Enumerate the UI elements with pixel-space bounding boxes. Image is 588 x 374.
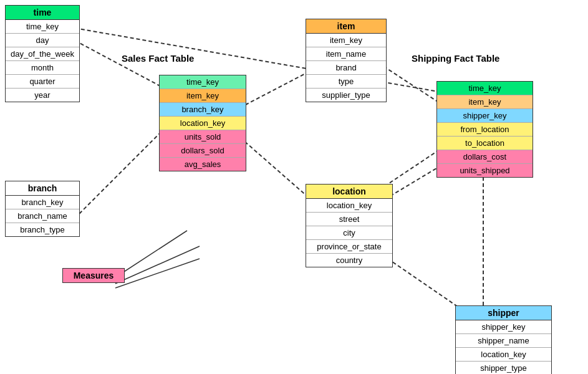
branch-table: branch branch_key branch_name branch_typ… [5, 181, 80, 237]
location-table: location location_key street city provin… [306, 184, 393, 267]
shipping-key-item_key: item_key [437, 95, 533, 109]
shipper-field-location_key: location_key [456, 348, 551, 362]
svg-line-7 [115, 259, 200, 288]
location-field-city: city [306, 226, 392, 240]
shipping-fact-label: Shipping Fact Table [412, 53, 499, 64]
branch-table-title: branch [5, 181, 80, 196]
sales-key-time_key: time_key [160, 75, 246, 89]
svg-line-5 [115, 231, 187, 277]
svg-line-2 [243, 69, 315, 106]
shipping-key-time_key: time_key [437, 82, 533, 95]
measures-label: Measures [63, 269, 124, 282]
location-field-country: country [306, 254, 392, 267]
shipper-field-shipper_key: shipper_key [456, 320, 551, 334]
branch-field-branch_key: branch_key [6, 196, 79, 209]
item-field-type: type [306, 75, 386, 89]
location-field-location_key: location_key [306, 199, 392, 213]
shipper-field-shipper_type: shipper_type [456, 362, 551, 374]
shipper-field-shipper_name: shipper_name [456, 334, 551, 348]
shipper-table: shipper shipper_key shipper_name locatio… [455, 305, 552, 374]
item-field-item_name: item_name [306, 47, 386, 61]
sales-measure-units_sold: units_sold [160, 130, 246, 144]
time-table-title: time [6, 6, 79, 20]
shipping-key-from_location: from_location [437, 123, 533, 137]
shipping-key-shipper_key: shipper_key [437, 109, 533, 123]
time-field-month: month [6, 61, 79, 75]
svg-line-6 [115, 246, 200, 284]
time-field-day: day [6, 34, 79, 47]
svg-line-1 [75, 41, 168, 90]
shipping-key-to_location: to_location [437, 137, 533, 150]
time-field-dow: day_of_the_week [6, 47, 79, 61]
sales-measure-dollars_sold: dollars_sold [160, 144, 246, 158]
item-field-brand: brand [306, 61, 386, 75]
location-field-street: street [306, 213, 392, 226]
branch-field-branch_name: branch_name [6, 209, 79, 223]
item-table: item item_key item_name brand type suppl… [306, 19, 387, 102]
time-field-quarter: quarter [6, 75, 79, 89]
sales-measure-avg_sales: avg_sales [160, 158, 246, 171]
sales-fact-table: time_key item_key branch_key location_ke… [159, 75, 246, 171]
shipping-fact-table: time_key item_key shipper_key from_locat… [436, 81, 533, 178]
shipper-table-title: shipper [456, 306, 551, 320]
shipping-measure-dollars_cost: dollars_cost [437, 150, 533, 164]
sales-key-branch_key: branch_key [160, 103, 246, 117]
item-field-item_key: item_key [306, 34, 386, 47]
measures-box: Measures [62, 268, 125, 283]
location-field-province: province_or_state [306, 240, 392, 254]
shipping-measure-units_shipped: units_shipped [437, 164, 533, 177]
location-table-title: location [306, 185, 392, 199]
time-field-year: year [6, 89, 79, 102]
sales-key-item_key: item_key [160, 89, 246, 103]
diagram-container: Sales Fact Table Shipping Fact Table tim… [0, 0, 588, 374]
branch-field-branch_type: branch_type [6, 223, 79, 236]
sales-key-location_key: location_key [160, 117, 246, 130]
time-table: time time_key day day_of_the_week month … [5, 5, 80, 102]
sales-fact-label: Sales Fact Table [122, 53, 194, 64]
item-table-title: item [306, 19, 386, 34]
item-field-supplier_type: supplier_type [306, 89, 386, 102]
time-field-time_key: time_key [6, 20, 79, 34]
svg-line-3 [75, 125, 168, 218]
